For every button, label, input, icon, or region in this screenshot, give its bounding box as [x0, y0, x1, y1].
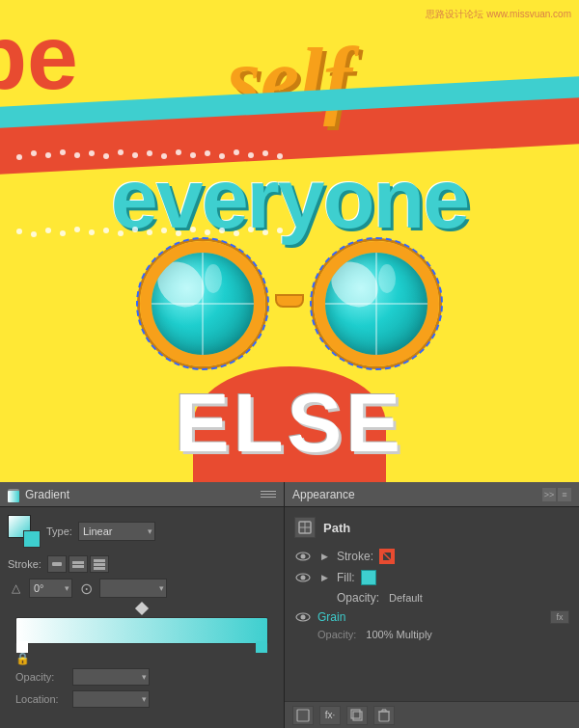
glass-cross-left [152, 253, 254, 355]
glass-right[interactable] [314, 241, 439, 366]
svg-rect-83 [72, 561, 84, 564]
opacity-select[interactable] [72, 668, 150, 686]
panels-area: Gradient Type: Linear Radia [0, 482, 579, 728]
stroke-visibility-eye[interactable] [294, 550, 312, 563]
svg-line-94 [382, 552, 394, 563]
stroke-row: Stroke: [8, 555, 276, 573]
svg-point-98 [301, 615, 306, 620]
location-select-wrapper [72, 689, 150, 708]
gradient-content: Type: Linear Radial Stroke: [0, 507, 284, 717]
angle-input-wrapper [29, 579, 72, 598]
opacity-attr-value: Default [389, 592, 423, 604]
appearance-content: Path ▶ Stroke: [285, 507, 579, 648]
appearance-footer: fx· [285, 701, 579, 728]
aspect-icon: ⊙ [78, 580, 94, 596]
art-text-else: ELSE [175, 376, 404, 471]
footer-duplicate-btn[interactable] [346, 706, 368, 725]
type-select[interactable]: Linear Radial [78, 522, 155, 541]
svg-rect-100 [353, 712, 362, 720]
lock-icon[interactable]: 🔒 [15, 652, 30, 665]
watermark: 思路设计论坛 www.missvuan.com [426, 8, 571, 21]
location-label: Location: [15, 693, 69, 705]
svg-point-92 [301, 554, 306, 559]
gradient-diamond-marker [8, 604, 276, 613]
type-label: Type: [46, 526, 72, 537]
path-icon-box [294, 517, 316, 538]
fill-attr-row: ▶ Fill: [285, 567, 579, 588]
gradient-panel-header: Gradient [0, 482, 284, 507]
multiply-row: Opacity: 100% Multiply [285, 627, 579, 642]
stroke-expand[interactable]: ▶ [317, 550, 331, 563]
fill-attr-label: Fill: [337, 571, 355, 584]
art-text-be: be [0, 5, 78, 110]
svg-rect-82 [52, 562, 62, 566]
footer-trash-btn[interactable] [373, 706, 395, 725]
stroke-swatch[interactable] [379, 549, 395, 564]
stroke-btn-3[interactable] [90, 555, 109, 573]
svg-rect-87 [94, 567, 105, 570]
grain-visibility-eye[interactable] [294, 610, 312, 624]
svg-rect-101 [351, 710, 360, 718]
glasses-container [140, 241, 439, 366]
appearance-path-row: Path [285, 513, 579, 542]
canvas-area: 思路设计论坛 www.missvuan.com be self everyone [0, 0, 579, 482]
panels-wrapper: Gradient Type: Linear Radia [0, 482, 579, 728]
location-row: Location: [8, 688, 276, 710]
gradient-bar[interactable] [15, 617, 268, 644]
opacity-select-wrapper [72, 667, 150, 686]
fill-expand[interactable]: ▶ [317, 571, 331, 584]
gradient-panel-icon [8, 489, 19, 500]
stroke-btn-2[interactable] [69, 555, 88, 573]
svg-rect-86 [94, 563, 105, 566]
stroke-attr-label: Stroke: [337, 550, 373, 563]
svg-rect-81 [8, 491, 19, 502]
glass-cross-right [325, 253, 427, 355]
stroke-attr-row: ▶ Stroke: [285, 546, 579, 567]
opacity-attr-label: Opacity: [337, 591, 379, 605]
gradient-stop-right[interactable] [256, 641, 267, 653]
gradient-panel-menu[interactable] [261, 488, 276, 501]
gradient-panel: Gradient Type: Linear Radia [0, 482, 285, 728]
path-label: Path [323, 521, 350, 535]
gradient-slider-area[interactable] [8, 617, 276, 644]
grain-opacity-value: 100% Multiply [366, 629, 431, 640]
svg-rect-85 [94, 559, 105, 562]
gradient-swatch-pair[interactable] [8, 515, 41, 548]
gradient-panel-title: Gradient [25, 488, 255, 501]
expand-btn-1[interactable]: >> [542, 488, 556, 501]
appearance-expand-icons: >> ≡ [542, 488, 571, 501]
appearance-panel-header: Appearance >> ≡ [285, 482, 579, 507]
opacity-row: Opacity: [8, 665, 276, 688]
footer-fx-btn[interactable]: fx· [319, 706, 341, 725]
appearance-panel: Appearance >> ≡ Path [285, 482, 579, 728]
opacity-label: Opacity: [15, 671, 69, 683]
expand-btn-2[interactable]: ≡ [558, 488, 571, 501]
footer-new-art-btn[interactable] [292, 706, 314, 725]
svg-point-96 [301, 576, 306, 580]
glass-left[interactable] [140, 241, 265, 366]
glasses-bridge [275, 294, 304, 308]
gradient-bottom-row: 🔒 [8, 648, 276, 665]
stroke-btn-1[interactable] [47, 555, 67, 573]
grain-opacity-label: Opacity: [317, 629, 356, 640]
aspect-input-wrapper [99, 579, 167, 598]
aspect-select[interactable] [99, 579, 167, 598]
svg-rect-102 [379, 712, 389, 721]
appearance-panel-title: Appearance [292, 488, 537, 501]
location-select[interactable] [72, 690, 150, 708]
grain-row: Grain fx [285, 607, 579, 627]
svg-rect-84 [72, 565, 84, 568]
gradient-type-row: Type: Linear Radial [8, 515, 276, 548]
gradient-swatch-fg[interactable] [23, 530, 41, 548]
fill-visibility-eye[interactable] [294, 571, 312, 584]
stroke-icons [47, 555, 109, 573]
angle-icon: △ [8, 580, 23, 596]
stroke-label: Stroke: [8, 558, 41, 570]
angle-input[interactable] [29, 579, 72, 598]
fill-swatch[interactable] [361, 570, 376, 585]
gradient-stop-left[interactable] [16, 641, 28, 653]
fx-badge[interactable]: fx [550, 610, 569, 624]
type-select-wrapper: Linear Radial [78, 522, 155, 541]
diamond-shape [135, 602, 149, 615]
art-text-everyone: everyone [0, 149, 579, 248]
